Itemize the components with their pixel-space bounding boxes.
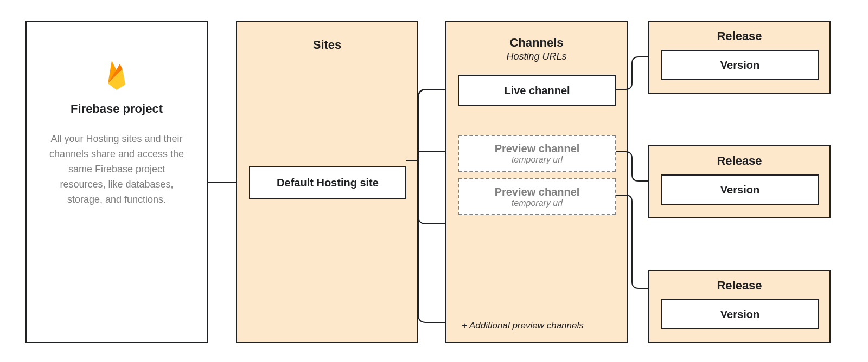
channels-subtitle: Hosting URLs <box>446 51 627 62</box>
release-1-title: Release <box>649 29 829 43</box>
preview-channel-1-box: Preview channel temporary url <box>458 135 616 172</box>
firebase-project-panel: Firebase project All your Hosting sites … <box>25 21 208 343</box>
release-2-title: Release <box>649 154 829 168</box>
default-hosting-site-label: Default Hosting site <box>277 177 379 189</box>
preview-channel-2-sub: temporary url <box>459 198 615 208</box>
release-panel-3: Release Version <box>648 270 831 343</box>
release-1-version-box: Version <box>661 50 819 80</box>
channels-title: Channels <box>446 36 627 50</box>
channels-panel: Channels Hosting URLs Live channel Previ… <box>445 21 628 343</box>
connector-project-sites <box>208 182 236 184</box>
firebase-flame-icon <box>105 59 129 93</box>
additional-channels-note: + Additional preview channels <box>462 320 584 331</box>
preview-channel-1-sub: temporary url <box>459 155 615 165</box>
preview-channel-2-label: Preview channel <box>459 186 615 198</box>
preview-channel-1-label: Preview channel <box>459 143 615 155</box>
release-3-version-label: Version <box>720 308 760 321</box>
sites-panel: Sites Default Hosting site <box>236 21 418 343</box>
live-channel-box: Live channel <box>458 75 616 106</box>
release-3-version-box: Version <box>661 299 819 329</box>
default-hosting-site-box: Default Hosting site <box>249 166 406 199</box>
release-panel-1: Release Version <box>648 21 831 94</box>
project-title: Firebase project <box>27 102 207 116</box>
preview-channel-2-box: Preview channel temporary url <box>458 178 616 215</box>
project-description: All your Hosting sites and their channel… <box>27 132 207 207</box>
release-panel-2: Release Version <box>648 145 831 218</box>
live-channel-label: Live channel <box>504 85 570 97</box>
release-2-version-box: Version <box>661 174 819 205</box>
release-2-version-label: Version <box>720 184 760 196</box>
release-3-title: Release <box>649 279 829 293</box>
sites-title: Sites <box>237 38 417 52</box>
release-1-version-label: Version <box>720 59 760 72</box>
